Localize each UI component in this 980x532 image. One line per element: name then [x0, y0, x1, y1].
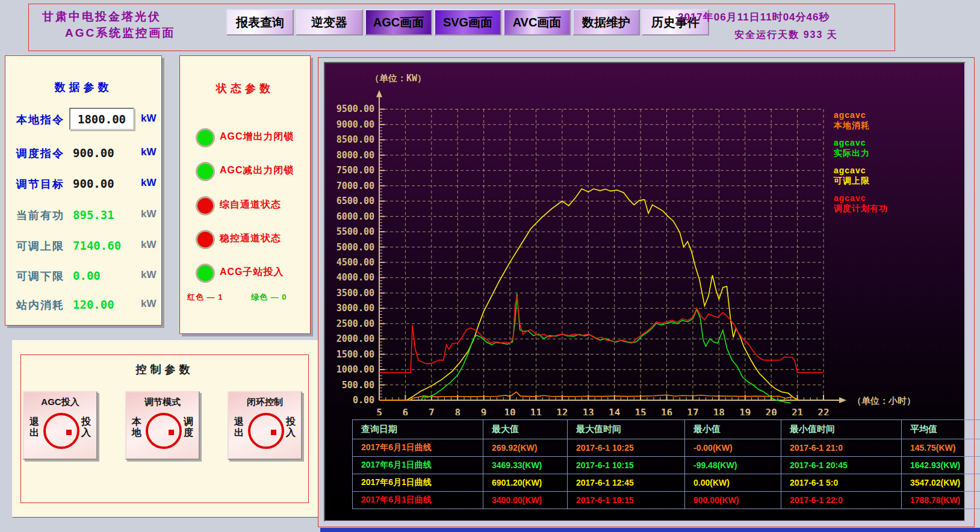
svg-text:7500.00: 7500.00: [336, 165, 374, 176]
dial-position-dot: [66, 430, 72, 435]
svg-text:6000.00: 6000.00: [336, 211, 374, 222]
nav-button-4[interactable]: AVC画面: [503, 9, 571, 36]
table-cell: 2017年6月1日曲线: [353, 457, 483, 474]
data-row-label: 当前有功: [16, 208, 64, 223]
table-cell: 2017年6月1日曲线: [353, 492, 483, 509]
dial-left-label: 退出: [234, 416, 244, 439]
svg-text:5000.00: 5000.00: [336, 242, 374, 253]
data-row-unit: kW: [141, 208, 157, 220]
table-cell: 3469.33(KW): [483, 457, 568, 474]
status-label: 综自通道状态: [220, 199, 281, 211]
status-lamp-red-icon: [196, 230, 215, 249]
status-row-integrated-channel: 综自通道状态: [180, 196, 310, 217]
svg-text:22: 22: [817, 407, 829, 415]
legend-series-name: 可调上限: [834, 176, 948, 186]
table-row: 2017年6月1日曲线3469.33(KW)2017-6-1 10:15-99.…: [353, 457, 980, 474]
data-row-label: 站内消耗: [16, 298, 64, 312]
table-cell: -0.00(KW): [685, 439, 781, 457]
curve-statistics-table: 查询日期最大值最大值时间最小值最小值时间平均值2017年6月1日曲线269.92…: [352, 419, 980, 509]
nav-button-0[interactable]: 报表查询: [226, 9, 294, 36]
status-row-agc-decrease-lock: AGC减出力闭锁: [180, 162, 310, 182]
dial-closed-loop-control[interactable]: 闭环控制 退出 投入: [228, 391, 302, 460]
data-row-local-command: 本地指令 1800.00 kW: [5, 110, 161, 131]
table-cell: 2017年6月1日曲线: [353, 439, 483, 457]
svg-text:9000.00: 9000.00: [336, 119, 374, 130]
safe-days-value: 933: [804, 29, 823, 40]
legend-item: agcavc本地消耗: [834, 110, 948, 131]
data-row-unit: kW: [141, 239, 157, 251]
svg-text:21: 21: [792, 407, 803, 415]
current-datetime: 2017年06月11日11时04分46秒: [678, 10, 895, 24]
data-row-unit: kW: [141, 146, 157, 158]
svg-text:1000.00: 1000.00: [336, 364, 374, 375]
data-row-value: 7140.60: [73, 239, 121, 252]
chart-legend: agcavc本地消耗agcavc实际出力agcavc可调上限agcavc调度计划…: [834, 110, 948, 221]
svg-text:8000.00: 8000.00: [336, 150, 374, 161]
data-row-label: 本地指令: [16, 113, 64, 127]
local-command-input[interactable]: 1800.00: [69, 108, 134, 130]
table-header-1: 最大值: [483, 420, 568, 439]
dial-left-label: 退出: [29, 416, 40, 439]
safe-run-days: 安全运行天数 933 天: [678, 29, 895, 42]
dial-title: 闭环控制: [229, 397, 301, 408]
dial-right-label: 投入: [285, 416, 296, 439]
table-cell: 2017-6-1 20:45: [781, 457, 902, 474]
svg-text:4000.00: 4000.00: [336, 272, 374, 283]
legend-series-name: 本地消耗: [834, 120, 948, 131]
legend-tag: agcavc: [834, 110, 948, 120]
dial-regulation-mode[interactable]: 调节模式 本地 调度: [125, 391, 200, 460]
svg-text:4500.00: 4500.00: [336, 257, 374, 268]
nav-button-3[interactable]: SVG画面: [434, 9, 501, 36]
table-header-4: 最小值时间: [781, 420, 902, 439]
svg-text:0.00: 0.00: [353, 395, 374, 406]
legend-tag: agcavc: [834, 165, 948, 176]
svg-text:2500.00: 2500.00: [336, 318, 374, 329]
curve-调度计划有功: [379, 296, 823, 373]
data-row-unit: kW: [141, 269, 157, 281]
table-cell: 1642.93(KW): [902, 457, 980, 474]
control-parameters-panel: 控制参数 AGC投入 退出 投入 调节模式 本地 调度 闭环控制 退出 投入: [20, 354, 309, 503]
data-row-unit: kW: [141, 177, 157, 189]
table-cell: 6901.20(KW): [483, 474, 568, 492]
dial-knob[interactable]: [43, 413, 79, 449]
svg-text:（单位：KW）: （单位：KW）: [370, 73, 426, 84]
control-parameters-container: 控制参数 AGC投入 退出 投入 调节模式 本地 调度 闭环控制 退出 投入: [12, 340, 318, 518]
legend-item: agcavc可调上限: [834, 165, 948, 186]
legend-tag: agcavc: [834, 138, 948, 148]
nav-button-1[interactable]: 逆变器: [296, 9, 363, 36]
data-panel-title: 数据参数: [5, 80, 161, 94]
legend-green-means-0: 绿色 — 0: [251, 292, 287, 303]
dial-knob[interactable]: [248, 413, 284, 449]
table-cell: 2017-6-1 10:15: [568, 492, 685, 509]
dial-position-dot: [271, 430, 276, 435]
legend-tag: agcavc: [834, 193, 948, 203]
dial-position-dot: [169, 430, 174, 435]
svg-text:500.00: 500.00: [342, 380, 374, 391]
legend-series-name: 实际出力: [834, 148, 948, 158]
table-cell: 1788.78(KW): [902, 492, 980, 509]
status-row-acg-substation: ACG子站投入: [180, 264, 310, 284]
data-row-value: 120.00: [73, 298, 114, 311]
data-row-station-consumption: 站内消耗 120.00 kW: [5, 295, 161, 316]
data-row-dispatch-command: 调度指令 900.00 kW: [5, 144, 161, 164]
svg-text:18: 18: [713, 407, 725, 415]
dial-right-label: 调度: [183, 416, 194, 439]
nav-button-5[interactable]: 数据维护: [572, 9, 640, 36]
status-parameters-panel: 状态参数 AGC增出力闭锁 AGC减出力闭锁 综自通道状态 稳控通道状态 ACG…: [179, 55, 311, 334]
status-label: AGC减出力闭锁: [220, 164, 294, 177]
status-row-stability-channel: 稳控通道状态: [180, 230, 310, 250]
control-panel-title: 控制参数: [21, 362, 308, 377]
table-cell: 2017-6-1 22:0: [781, 492, 902, 509]
status-lamp-green-icon: [196, 264, 215, 283]
svg-text:10: 10: [504, 407, 515, 415]
dial-knob[interactable]: [146, 413, 182, 449]
nav-button-2[interactable]: AGC画面: [365, 9, 432, 36]
data-row-value: 900.00: [73, 177, 114, 190]
bottom-window-edge: [320, 528, 980, 532]
dial-agc-on-off[interactable]: AGC投入 退出 投入: [23, 391, 98, 460]
svg-text:12: 12: [556, 407, 568, 415]
svg-text:6500.00: 6500.00: [336, 196, 374, 206]
table-header-2: 最大值时间: [568, 420, 685, 439]
dial-left-label: 本地: [131, 416, 142, 439]
dial-right-label: 投入: [81, 416, 91, 439]
